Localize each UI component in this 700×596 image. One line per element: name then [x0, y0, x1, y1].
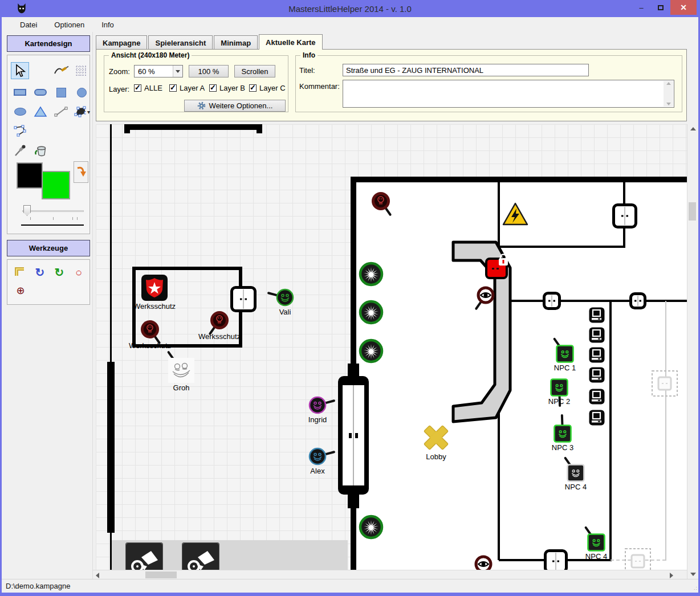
map-token-elevator[interactable]	[337, 364, 369, 508]
map-token-npc[interactable]: NPC 3	[554, 424, 572, 443]
chevron-down-icon[interactable]	[173, 66, 182, 77]
map-token-explosion[interactable]	[359, 262, 384, 287]
layer-checkbox-layer-c[interactable]: Layer C	[249, 84, 286, 92]
map-token-computer[interactable]	[589, 367, 605, 383]
map-token-moto[interactable]	[125, 542, 163, 570]
scrollen-button[interactable]: Scrollen	[234, 65, 275, 77]
tab-aktuelle-karte[interactable]: Aktuelle Karte	[259, 34, 322, 50]
tool-grid-button[interactable]	[72, 62, 91, 79]
tool-rotate-blue-button[interactable]: ↻	[31, 264, 48, 280]
close-button[interactable]: ✕	[670, 0, 697, 15]
map-token-explosion[interactable]	[359, 338, 384, 364]
weitere-optionen-button[interactable]: Weitere Optionen...	[184, 100, 286, 112]
map-token-door[interactable]	[230, 286, 257, 312]
checkbox-icon[interactable]	[249, 84, 257, 92]
map-token-lock-door[interactable]	[485, 253, 510, 279]
scroll-down-icon[interactable]	[666, 103, 671, 105]
map-token-shield[interactable]: Werksschutz	[141, 274, 168, 301]
map-token-ghost-door[interactable]	[652, 370, 678, 397]
map-token-npc[interactable]: NPC 4	[567, 464, 585, 482]
map-token-troll[interactable]: Vali	[275, 288, 295, 307]
thickness-slider-thumb[interactable]	[23, 205, 31, 216]
scroll-up-icon[interactable]	[666, 82, 671, 85]
map-token-computer[interactable]	[589, 389, 605, 405]
tab-spieleransicht[interactable]: Spieleransicht	[148, 35, 213, 50]
tool-ellipse-button[interactable]	[11, 103, 29, 120]
resize-grip[interactable]: .:	[694, 585, 698, 591]
checkbox-icon[interactable]	[169, 84, 177, 92]
menu-item-datei[interactable]: Datei	[14, 19, 43, 31]
map-token-explosion[interactable]	[359, 300, 384, 325]
vertical-scrollbar[interactable]	[687, 124, 697, 579]
scroll-down-icon[interactable]	[690, 573, 696, 576]
checkbox-icon[interactable]	[209, 84, 217, 92]
horizontal-scroll-thumb[interactable]	[145, 571, 177, 578]
tool-polygon-button[interactable]: ▾	[72, 103, 91, 120]
map-token-computer[interactable]	[589, 327, 605, 343]
tool-polyline-button[interactable]	[11, 123, 29, 140]
tool-select-button[interactable]	[11, 62, 29, 79]
map-token-troll[interactable]: Ingrid	[308, 395, 327, 415]
map-token-npc[interactable]: NPC 1	[556, 345, 574, 363]
tool-filled-circle-button[interactable]	[72, 84, 91, 101]
vertical-scroll-thumb[interactable]	[689, 202, 696, 221]
scroll-right-icon[interactable]	[670, 573, 673, 578]
scroll-up-icon[interactable]	[690, 127, 696, 130]
menu-item-info[interactable]: Info	[95, 19, 120, 31]
map-token-moto[interactable]	[182, 542, 219, 570]
tool-rotate-green-button[interactable]: ↻	[51, 264, 68, 280]
map-token-eye[interactable]	[474, 284, 497, 307]
map-token-explosion[interactable]	[359, 515, 384, 540]
map-token-door[interactable]	[543, 292, 561, 310]
textarea-scrollbar[interactable]	[664, 81, 673, 107]
tool-crosshair-button[interactable]: ⊕	[12, 283, 29, 299]
thickness-slider-track[interactable]	[22, 210, 84, 212]
map-token-computer[interactable]	[589, 347, 605, 363]
map-token-eye[interactable]	[472, 553, 495, 570]
tool-rounded-rectangle-button[interactable]	[31, 84, 50, 101]
scroll-left-icon[interactable]	[96, 573, 99, 578]
map-token-skull[interactable]: Werksschutz	[139, 318, 161, 341]
tool-circle-red-button[interactable]: ○	[70, 264, 87, 280]
map-token-trollface[interactable]: Groh	[168, 358, 194, 383]
background-color-swatch[interactable]	[42, 171, 70, 199]
map-token-ghost-door[interactable]	[625, 548, 651, 570]
map-token-npc[interactable]: NPC 2	[550, 378, 568, 397]
map-token-door[interactable]	[544, 549, 568, 570]
checkbox-icon[interactable]	[134, 84, 141, 92]
minimize-button[interactable]: –	[632, 0, 651, 15]
map-token-computer[interactable]	[589, 410, 605, 426]
tool-curve-pen-button[interactable]	[52, 62, 70, 79]
foreground-color-swatch[interactable]	[17, 162, 43, 189]
map-token-xmark[interactable]: Lobby	[422, 423, 450, 452]
tool-triangle-button[interactable]	[31, 103, 50, 120]
zoom-100-button[interactable]: 100 %	[189, 65, 229, 77]
map-token-npc[interactable]: NPC 4	[587, 533, 605, 552]
swap-colors-button[interactable]	[74, 161, 88, 183]
tab-minimap[interactable]: Minimap	[214, 35, 258, 50]
tool-eyedropper-button[interactable]	[11, 142, 29, 159]
map-token-warning[interactable]	[502, 202, 529, 227]
tab-kampagne[interactable]: Kampagne	[96, 35, 147, 50]
kommentar-textarea[interactable]	[343, 80, 674, 108]
map-token-computer[interactable]	[589, 307, 605, 323]
tool-rectangle-button[interactable]	[11, 84, 29, 101]
tool-line-button[interactable]	[52, 103, 70, 120]
layer-checkbox-layer-b[interactable]: Layer B	[209, 84, 245, 92]
tool-paint-bucket-button[interactable]	[31, 142, 50, 159]
tool-corner-button[interactable]	[12, 264, 29, 280]
layer-checkbox-alle[interactable]: ALLE	[134, 84, 162, 92]
map-token-skull[interactable]	[369, 190, 392, 213]
maximize-button[interactable]	[651, 0, 670, 15]
map-token-skull[interactable]: Werksschutz	[208, 309, 231, 332]
map-token-troll[interactable]: Alex	[308, 447, 327, 466]
titel-input[interactable]	[343, 64, 589, 76]
horizontal-scrollbar[interactable]	[93, 570, 687, 579]
tool-filled-rectangle-button[interactable]	[52, 84, 70, 101]
menu-item-optionen[interactable]: Optionen	[48, 19, 91, 31]
zoom-combobox[interactable]: 60 %	[134, 65, 183, 77]
layer-checkbox-layer-a[interactable]: Layer A	[169, 84, 205, 92]
map-canvas[interactable]: WerksschutzWerksschutzWerksschutzValiGro…	[96, 124, 687, 570]
map-token-door[interactable]	[629, 292, 646, 309]
map-token-door[interactable]	[612, 203, 637, 228]
